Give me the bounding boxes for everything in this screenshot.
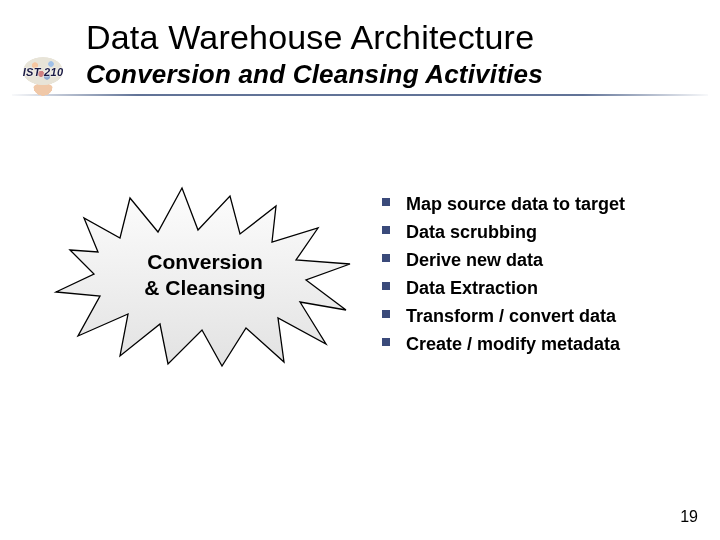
list-item: Data Extraction — [378, 275, 690, 303]
course-code: IST 210 — [8, 66, 78, 78]
explosion-shape: Conversion & Cleansing — [50, 180, 360, 370]
slide-subtitle: Conversion and Cleansing Activities — [86, 59, 720, 90]
slide-body: Conversion & Cleansing Map source data t… — [0, 180, 720, 370]
slide-title: Data Warehouse Architecture — [86, 18, 720, 57]
divider — [12, 94, 708, 96]
list-item: Create / modify metadata — [378, 331, 690, 359]
list-item: Map source data to target — [378, 191, 690, 219]
list-item: Data scrubbing — [378, 219, 690, 247]
page-number: 19 — [680, 508, 698, 526]
list-item: Transform / convert data — [378, 303, 690, 331]
slide-header: IST 210 Data Warehouse Architecture Conv… — [0, 0, 720, 96]
course-logo: IST 210 — [8, 54, 78, 100]
bullet-list: Map source data to target Data scrubbing… — [360, 191, 690, 358]
hand-icon — [32, 83, 54, 97]
list-item: Derive new data — [378, 247, 690, 275]
burst-caption: Conversion & Cleansing — [144, 249, 265, 302]
